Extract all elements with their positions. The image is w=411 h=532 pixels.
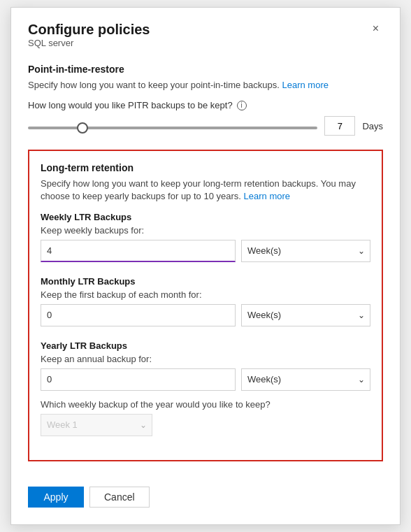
- close-button[interactable]: ×: [368, 22, 383, 36]
- yearly-ltr-block: Yearly LTR Backups Keep an annual backup…: [41, 340, 370, 436]
- info-icon: i: [237, 101, 247, 110]
- dialog-subtitle: SQL server: [28, 38, 150, 48]
- yearly-ltr-label: Keep an annual backup for:: [41, 354, 370, 364]
- weekly-ltr-unit-select[interactable]: Week(s) Month(s) Year(s): [241, 240, 370, 262]
- yearly-ltr-unit-select[interactable]: Week(s) Month(s) Year(s): [241, 368, 370, 391]
- pitr-days-label: Days: [362, 121, 383, 131]
- pitr-value-input[interactable]: 7: [324, 116, 355, 136]
- cancel-button[interactable]: Cancel: [89, 487, 150, 508]
- weekly-ltr-block: Weekly LTR Backups Keep weekly backups f…: [41, 212, 370, 262]
- monthly-ltr-unit-select[interactable]: Week(s) Month(s) Year(s): [241, 304, 370, 326]
- pitr-slider-container: [28, 120, 317, 132]
- ltr-box: Long-term retention Specify how long you…: [28, 150, 383, 461]
- yearly-ltr-value-input[interactable]: 0: [41, 368, 236, 391]
- yearly-ltr-title: Yearly LTR Backups: [41, 340, 370, 351]
- week-select-wrapper: Week 1 Week 2 Week 3 Week 4 ⌄: [41, 414, 152, 436]
- ltr-description: Specify how long you want to keep your l…: [41, 178, 370, 203]
- dialog-footer: Apply Cancel: [28, 475, 383, 508]
- monthly-ltr-input-row: 0 Week(s) Month(s) Year(s) ⌄: [41, 304, 370, 326]
- monthly-ltr-unit-dropdown-wrapper: Week(s) Month(s) Year(s) ⌄: [241, 304, 370, 326]
- monthly-ltr-block: Monthly LTR Backups Keep the first backu…: [41, 276, 370, 326]
- weekly-ltr-title: Weekly LTR Backups: [41, 212, 370, 222]
- pitr-learn-more-link[interactable]: Learn more: [282, 80, 329, 90]
- week-select-label: Which weekly backup of the year would yo…: [41, 399, 370, 410]
- yearly-ltr-input-row: 0 Week(s) Month(s) Year(s) ⌄: [41, 368, 370, 391]
- dialog-title: Configure policies: [28, 22, 150, 38]
- pitr-title: Point-in-time-restore: [28, 64, 383, 75]
- week-select: Week 1 Week 2 Week 3 Week 4: [41, 414, 152, 436]
- pitr-slider[interactable]: [28, 127, 317, 129]
- ltr-title: Long-term retention: [41, 162, 370, 173]
- monthly-ltr-title: Monthly LTR Backups: [41, 276, 370, 287]
- pitr-description: Specify how long you want to keep your p…: [28, 79, 383, 92]
- monthly-ltr-value-input[interactable]: 0: [41, 304, 236, 326]
- weekly-ltr-value-input[interactable]: 4: [41, 240, 236, 262]
- apply-button[interactable]: Apply: [28, 487, 84, 508]
- pitr-slider-label: How long would you like PITR backups to …: [28, 100, 383, 110]
- weekly-ltr-input-row: 4 Week(s) Month(s) Year(s) ⌄: [41, 240, 370, 262]
- weekly-ltr-label: Keep weekly backups for:: [41, 225, 370, 236]
- ltr-learn-more-link[interactable]: Learn more: [244, 191, 290, 201]
- configure-policies-dialog: Configure policies SQL server × Point-in…: [10, 7, 401, 525]
- monthly-ltr-label: Keep the first backup of each month for:: [41, 289, 370, 300]
- dialog-header: Configure policies SQL server ×: [28, 22, 383, 61]
- pitr-section: Point-in-time-restore Specify how long y…: [28, 64, 383, 136]
- weekly-ltr-unit-dropdown-wrapper: Week(s) Month(s) Year(s) ⌄: [241, 240, 370, 262]
- yearly-ltr-unit-dropdown-wrapper: Week(s) Month(s) Year(s) ⌄: [241, 368, 370, 391]
- pitr-slider-row: 7 Days: [28, 116, 383, 136]
